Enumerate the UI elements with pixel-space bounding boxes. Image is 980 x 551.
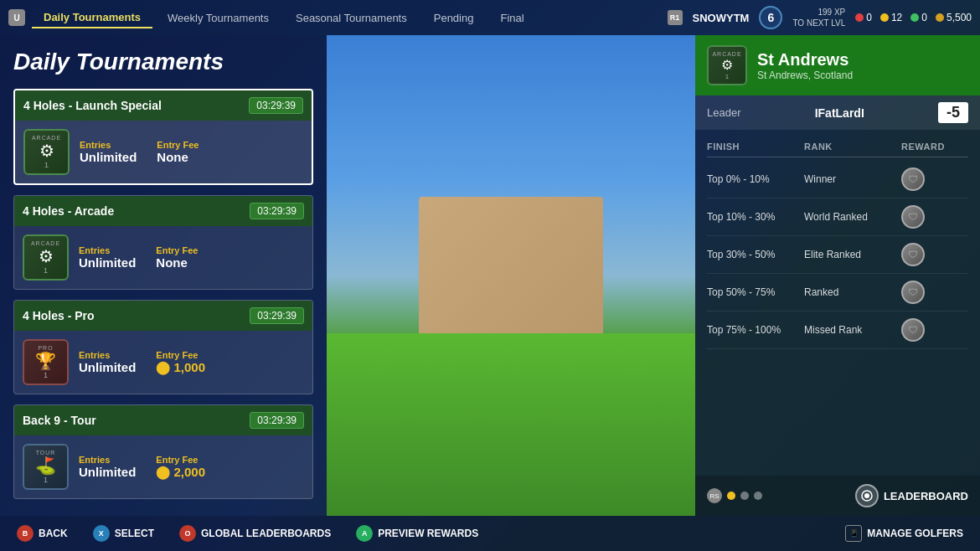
card-body-arcade: ARCADE ⚙ 1 Entries Unlimited Entry Fee N… (14, 226, 312, 289)
mode-badge-arcade-launch: ARCADE ⚙ 1 (23, 129, 70, 175)
svg-point-1 (864, 493, 869, 498)
leader-name: IFatLardI (815, 106, 864, 120)
card-body-tour: TOUR ⛳ 1 Entries Unlimited Entry Fee ⬤ 2… (14, 435, 312, 498)
tournament-title-launch: 4 Holes - Launch Special (23, 99, 162, 112)
card-body-pro: PRO 🏆 1 Entries Unlimited Entry Fee ⬤ 1,… (14, 331, 312, 394)
tab-daily-tournaments[interactable]: Daily Tournaments (32, 8, 152, 28)
reward-icon-ranked: 🛡 (901, 281, 925, 304)
level-badge: 6 (759, 6, 782, 29)
course-mode-badge: ARCADE ⚙ 1 (707, 45, 747, 85)
timer-tour: 03:29:39 (250, 412, 304, 429)
global-leaderboards-action[interactable]: O GLOBAL LEADERBOARDS (179, 525, 331, 542)
manage-golfers-icon: 📱 (845, 525, 862, 542)
card-header-tour: Back 9 - Tour 03:29:39 (14, 405, 312, 435)
tab-seasonal-tournaments[interactable]: Seasonal Tournaments (284, 8, 419, 28)
tournament-card-tour[interactable]: Back 9 - Tour 03:29:39 TOUR ⛳ 1 Entries … (13, 404, 313, 499)
card-stats-pro: Entries Unlimited Entry Fee ⬤ 1,000 (79, 350, 205, 375)
timer-arcade: 03:29:39 (250, 203, 304, 219)
yellow-dot-icon (880, 13, 889, 22)
xp-info: 199 XP TO NEXT LVL (792, 7, 845, 28)
main-content: Daily Tournaments 4 Holes - Launch Speci… (0, 35, 980, 516)
grass-area (327, 333, 695, 516)
course-info: St Andrews St Andrews, Scotland (757, 50, 968, 81)
leader-label: Leader (707, 106, 740, 119)
tournament-card-arcade[interactable]: 4 Holes - Arcade 03:29:39 ARCADE ⚙ 1 Ent… (13, 195, 313, 290)
green-dot-icon (910, 13, 919, 22)
rewards-table: FINISH RANK REWARD Top 0% - 10% Winner 🛡… (695, 130, 980, 476)
leader-score: -5 (938, 102, 968, 123)
tournament-card-pro[interactable]: 4 Holes - Pro 03:29:39 PRO 🏆 1 Entries U… (13, 300, 313, 394)
select-action[interactable]: X SELECT (93, 525, 154, 542)
back-action[interactable]: B BACK (17, 525, 68, 542)
rewards-header: FINISH RANK REWARD (707, 136, 968, 157)
fee-stat-tour: Entry Fee ⬤ 2,000 (156, 455, 205, 480)
card-header-pro: 4 Holes - Pro 03:29:39 (14, 301, 312, 331)
rs-icon: RS (707, 488, 722, 503)
gold-dot-icon (936, 13, 944, 22)
reward-icon-world-ranked: 🛡 (901, 205, 925, 229)
course-header: ARCADE ⚙ 1 St Andrews St Andrews, Scotla… (695, 35, 980, 95)
leaderboard-button[interactable]: LEADERBOARD (855, 484, 968, 507)
course-location: St Andrews, Scotland (757, 70, 968, 81)
card-header-launch: 4 Holes - Launch Special 03:29:39 (15, 90, 312, 121)
currency-green: 0 (910, 12, 927, 23)
entries-stat-pro: Entries Unlimited (79, 350, 136, 375)
tab-weekly-tournaments[interactable]: Weekly Tournaments (156, 8, 281, 28)
preview-rewards-button-icon: A (356, 525, 373, 542)
reward-icon-missed-rank: 🛡 (901, 318, 925, 342)
dot-2 (740, 492, 749, 500)
right-nav-indicator: R1 (668, 10, 683, 25)
tournament-title-tour: Back 9 - Tour (23, 414, 96, 427)
tournament-title-pro: 4 Holes - Pro (23, 309, 95, 322)
dot-3 (754, 492, 762, 500)
preview-rewards-action[interactable]: A PREVIEW REWARDS (356, 525, 478, 542)
manage-golfers-action[interactable]: 📱 MANAGE GOLFERS (845, 525, 963, 542)
reward-row-winner: Top 0% - 10% Winner 🛡 (707, 161, 968, 198)
red-dot-icon (855, 13, 864, 22)
bottom-bar: B BACK X SELECT O GLOBAL LEADERBOARDS A … (0, 516, 980, 551)
entries-stat-arcade: Entries Unlimited (79, 245, 136, 270)
card-stats-launch: Entries Unlimited Entry Fee None (80, 140, 199, 164)
page-title: Daily Tournaments (13, 49, 313, 75)
card-header-arcade: 4 Holes - Arcade 03:29:39 (14, 196, 312, 226)
tab-pending[interactable]: Pending (422, 8, 486, 28)
tab-final[interactable]: Final (488, 8, 535, 28)
select-button-icon: X (93, 525, 110, 542)
card-body-launch: ARCADE ⚙ 1 Entries Unlimited Entry Fee N… (15, 121, 312, 183)
reward-icon-elite-ranked: 🛡 (901, 243, 925, 266)
back-button-icon: B (17, 525, 34, 542)
leaderboard-icon (855, 484, 879, 507)
entries-stat-tour: Entries Unlimited (79, 455, 136, 480)
fee-stat-pro: Entry Fee ⬤ 1,000 (156, 350, 205, 375)
currency-gold: 5,500 (936, 12, 972, 23)
timer-launch: 03:29:39 (249, 97, 303, 114)
currency-yellow: 12 (880, 12, 902, 23)
nav-tabs: Daily Tournaments Weekly Tournaments Sea… (32, 8, 668, 28)
mode-badge-pro: PRO 🏆 1 (23, 339, 69, 385)
currency-red: 0 (855, 12, 872, 23)
mode-badge-arcade: ARCADE ⚙ 1 (23, 234, 69, 281)
center-course-visual (327, 35, 695, 516)
fee-stat-launch: Entry Fee None (157, 140, 199, 164)
currency-bar: 0 12 0 5,500 (855, 12, 972, 23)
nav-dots-area: RS (707, 488, 762, 503)
reward-row-world-ranked: Top 10% - 30% World Ranked 🛡 (707, 198, 968, 236)
global-lb-button-icon: O (179, 525, 196, 542)
mode-badge-tour: TOUR ⛳ 1 (23, 444, 69, 490)
card-stats-arcade: Entries Unlimited Entry Fee None (79, 245, 198, 270)
left-nav-indicator: U (8, 9, 25, 26)
tournament-title-arcade: 4 Holes - Arcade (23, 204, 114, 218)
dot-1 (727, 492, 735, 500)
reward-row-missed-rank: Top 75% - 100% Missed Rank 🛡 (707, 312, 968, 349)
timer-pro: 03:29:39 (250, 307, 304, 324)
tournament-card-launch-special[interactable]: 4 Holes - Launch Special 03:29:39 ARCADE… (13, 89, 313, 185)
top-navigation: U Daily Tournaments Weekly Tournaments S… (0, 0, 980, 35)
reward-row-elite-ranked: Top 30% - 50% Elite Ranked 🛡 (707, 236, 968, 274)
entries-stat-launch: Entries Unlimited (80, 140, 137, 164)
building-shape (419, 197, 603, 348)
right-bottom-bar: RS LEADERBOARD (695, 476, 980, 516)
card-stats-tour: Entries Unlimited Entry Fee ⬤ 2,000 (79, 455, 205, 480)
left-panel: Daily Tournaments 4 Holes - Launch Speci… (0, 35, 327, 516)
fee-stat-arcade: Entry Fee None (156, 245, 198, 270)
reward-row-ranked: Top 50% - 75% Ranked 🛡 (707, 274, 968, 312)
